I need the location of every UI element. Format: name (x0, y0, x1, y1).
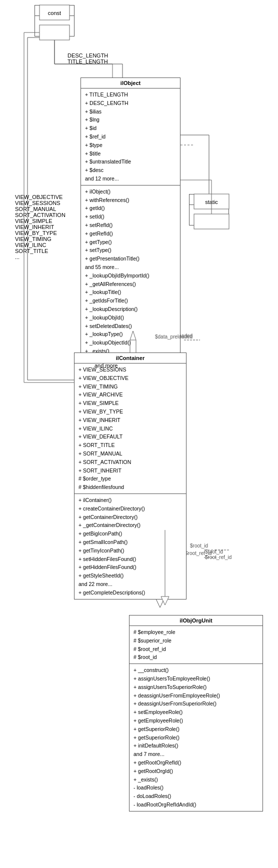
static-body (190, 205, 228, 225)
title-length-label: TITLE_LENGTH (68, 58, 108, 64)
ilobject-box: ilObject + TITLE_LENGTH + DESC_LENGTH + … (80, 78, 180, 366)
const-body (35, 16, 74, 36)
desc-length-label: DESC_LENGTH (68, 52, 108, 58)
ilcontainer-methods: + ilContainer() + createContainerDirecto… (74, 494, 186, 599)
const-label: const (47, 8, 62, 14)
static-box: static (189, 194, 229, 226)
ilobjorgunit-methods: + __construct() + assignUsersToEmployeeR… (130, 664, 262, 811)
ilcontainer-header: ilContainer (74, 353, 186, 364)
left-labels: VIEW_OBJECTIVE VIEW_SESSIONS SORT_MANUAL… (15, 194, 66, 260)
root-id-label: $root_id (205, 549, 232, 554)
ilobjorgunit-label: ilObjOrgUnit (180, 618, 212, 624)
ilobjorgunit-header: ilObjOrgUnit (130, 616, 262, 626)
ilobject-header: ilObject (81, 78, 180, 88)
root-ref-id-label: $root_ref_id (205, 554, 232, 560)
data-preloaded-label: $data_preloaded (155, 334, 192, 340)
const-header: const (35, 6, 74, 16)
ilobject-attributes: + TITLE_LENGTH + DESC_LENGTH + $ilias + … (81, 88, 180, 186)
ilcontainer-box: ilContainer + VIEW_SESSIONS + VIEW_OBJEC… (74, 352, 186, 600)
static-label: static (202, 196, 216, 202)
ilcontainer-attributes: + VIEW_SESSIONS + VIEW_OBJECTIVE + VIEW_… (74, 364, 186, 494)
svg-text:$root_id: $root_id (190, 543, 208, 548)
ilobjorgunit-attributes: # $employee_role # $superior_role # $roo… (130, 626, 262, 664)
ilobjorgunit-box: ilObjOrgUnit # $employee_role # $superio… (129, 615, 263, 812)
const-labels: DESC_LENGTH TITLE_LENGTH (68, 52, 108, 64)
ilcontainer-label: ilContainer (116, 355, 144, 361)
static-header: static (190, 194, 228, 205)
ilobject-label: ilObject (120, 80, 140, 86)
root-labels: $root_id $root_ref_id (205, 549, 232, 560)
diagram-container: $data_preloaded $root_id $root_ref_id co… (0, 0, 278, 868)
svg-marker-9 (156, 599, 164, 608)
const-box: const (34, 5, 74, 36)
